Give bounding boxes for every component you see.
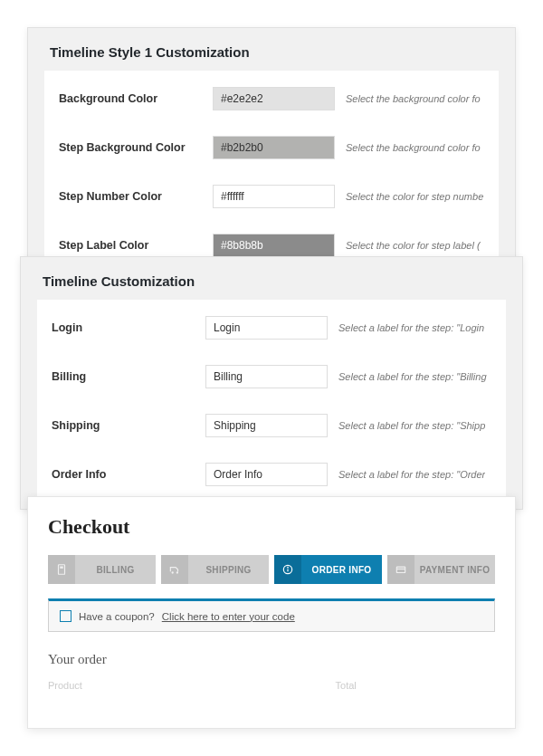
row-background-color: Background Color Select the background c… — [44, 74, 499, 123]
row-step-number-color: Step Number Color Select the color for s… — [44, 172, 499, 221]
step-label-color-input[interactable] — [213, 234, 335, 257]
field-label: Login — [52, 321, 205, 334]
order-table-header: Product Total — [48, 680, 495, 691]
checkout-preview: Checkout BILLING SHIPPING ORDER INFO PAY… — [27, 496, 516, 729]
svg-rect-0 — [59, 565, 65, 575]
checkout-steps: BILLING SHIPPING ORDER INFO PAYMENT INFO — [48, 555, 495, 584]
shipping-icon — [161, 555, 188, 584]
coupon-text: Have a coupon? — [79, 611, 155, 622]
background-color-input[interactable] — [213, 87, 335, 110]
step-label: BILLING — [75, 565, 156, 575]
form-block: Background Color Select the background c… — [44, 71, 499, 273]
field-label: Step Background Color — [59, 141, 213, 154]
step-shipping[interactable]: SHIPPING — [161, 555, 269, 584]
svg-point-6 — [288, 567, 289, 568]
row-order-info: Order Info Select a label for the step: … — [37, 450, 506, 499]
billing-label-input[interactable] — [205, 365, 328, 388]
panel-title: Timeline Customization — [21, 257, 522, 300]
field-description: Select the background color fo — [346, 142, 481, 153]
svg-rect-7 — [396, 567, 405, 572]
login-label-input[interactable] — [205, 316, 328, 340]
payment-icon — [387, 555, 414, 584]
field-label: Order Info — [52, 468, 205, 481]
billing-icon — [48, 555, 75, 584]
field-description: Select a label for the step: "Order — [338, 469, 485, 480]
row-login: Login Select a label for the step: "Logi… — [37, 303, 506, 352]
step-order-info[interactable]: ORDER INFO — [274, 555, 382, 584]
shipping-label-input[interactable] — [205, 414, 328, 437]
col-total: Total — [336, 680, 495, 691]
timeline-customization-panel: Timeline Customization Login Select a la… — [20, 256, 523, 510]
field-description: Select a label for the step: "Billing — [338, 371, 487, 382]
field-description: Select a label for the step: "Shipp — [338, 420, 485, 431]
checkout-title: Checkout — [48, 515, 495, 539]
svg-point-3 — [176, 571, 178, 573]
svg-rect-1 — [60, 567, 63, 569]
step-label: ORDER INFO — [301, 565, 382, 575]
field-description: Select the color for step label ( — [346, 240, 481, 251]
row-step-background-color: Step Background Color Select the backgro… — [44, 123, 499, 172]
your-order-heading: Your order — [48, 652, 495, 667]
coupon-notice: Have a coupon? Click here to enter your … — [48, 598, 495, 632]
step-number-color-input[interactable] — [213, 185, 335, 208]
row-shipping: Shipping Select a label for the step: "S… — [37, 401, 506, 450]
field-label: Step Number Color — [59, 190, 213, 203]
field-label: Background Color — [59, 92, 213, 105]
panel-title: Timeline Style 1 Customization — [28, 28, 515, 71]
step-label: PAYMENT INFO — [414, 565, 495, 575]
field-description: Select a label for the step: "Login — [338, 322, 484, 333]
step-background-color-input[interactable] — [213, 136, 335, 159]
info-icon — [274, 555, 301, 584]
form-block: Login Select a label for the step: "Logi… — [37, 300, 506, 502]
field-label: Step Label Color — [59, 239, 213, 252]
order-info-label-input[interactable] — [205, 463, 328, 486]
field-label: Billing — [52, 370, 205, 383]
field-description: Select the background color fo — [346, 93, 481, 104]
step-billing[interactable]: BILLING — [48, 555, 156, 584]
step-label: SHIPPING — [188, 565, 269, 575]
field-label: Shipping — [52, 419, 205, 432]
coupon-link[interactable]: Click here to enter your code — [162, 611, 295, 622]
svg-point-2 — [172, 571, 174, 573]
row-billing: Billing Select a label for the step: "Bi… — [37, 352, 506, 401]
coupon-icon — [60, 610, 71, 622]
col-product: Product — [48, 680, 336, 691]
field-description: Select the color for step numbe — [346, 191, 483, 202]
style1-customization-panel: Timeline Style 1 Customization Backgroun… — [27, 27, 516, 263]
step-payment-info[interactable]: PAYMENT INFO — [387, 555, 495, 584]
